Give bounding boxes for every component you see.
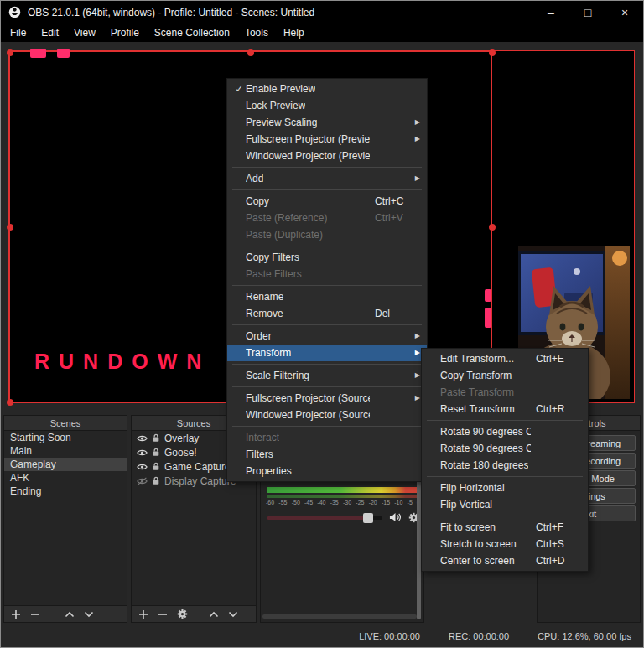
menu-item-preview-scaling[interactable]: Preview Scaling▶ <box>227 114 427 131</box>
minimize-button[interactable]: – <box>532 1 569 23</box>
menu-item-label: Reset Transform <box>440 401 515 417</box>
window-controls: –□× <box>532 1 643 23</box>
lock-icon[interactable] <box>152 448 160 457</box>
menu-item-scale-filtering[interactable]: Scale Filtering▶ <box>227 367 427 384</box>
menubar-item-edit[interactable]: Edit <box>34 23 66 42</box>
menu-separator <box>427 516 583 516</box>
menu-separator <box>232 426 422 427</box>
scene-item-gameplay[interactable]: Gameplay <box>4 458 127 471</box>
menu-item-label: Paste Transform <box>440 384 514 401</box>
menu-item-stretch-to-screen[interactable]: Stretch to screenCtrl+S <box>422 536 588 552</box>
speaker-icon[interactable] <box>389 512 402 522</box>
menu-item-order[interactable]: Order▶ <box>227 328 427 345</box>
menu-item-fullscreen-projector-preview[interactable]: Fullscreen Projector (Preview)▶ <box>227 131 427 148</box>
eye-icon[interactable] <box>137 448 148 457</box>
move-up-icon[interactable] <box>65 611 75 618</box>
menu-item-windowed-projector-source[interactable]: Windowed Projector (Source) <box>227 407 427 423</box>
menu-separator <box>232 246 422 246</box>
menu-item-lock-preview[interactable]: Lock Preview <box>227 97 427 114</box>
scenes-toolbar <box>4 605 127 622</box>
menu-item-add[interactable]: Add▶ <box>227 170 427 187</box>
mixer-horizontal-scrollbar[interactable] <box>262 614 417 619</box>
submenu-arrow-icon: ▶ <box>410 131 420 148</box>
menu-item-flip-vertical[interactable]: Flip Vertical <box>422 496 588 513</box>
properties-icon[interactable] <box>177 609 188 619</box>
menubar-item-profile[interactable]: Profile <box>103 23 147 42</box>
volume-slider[interactable] <box>267 516 382 520</box>
source-item-label: Goose! <box>164 447 197 459</box>
scene-item-ending[interactable]: Ending <box>4 485 127 498</box>
menu-item-rotate-90-degrees-ccw[interactable]: Rotate 90 degrees CCW <box>422 440 588 457</box>
selection-handle[interactable] <box>489 224 496 231</box>
selection-handle[interactable] <box>489 49 496 56</box>
eye-icon[interactable] <box>137 463 148 471</box>
selection-handle[interactable] <box>7 399 13 406</box>
menu-item-enable-preview[interactable]: ✓Enable Preview <box>227 80 427 97</box>
scene-item-starting-soon[interactable]: Starting Soon <box>4 431 127 444</box>
submenu-arrow-icon: ▶ <box>410 367 420 384</box>
menu-item-rotate-180-degrees[interactable]: Rotate 180 degrees <box>422 457 588 474</box>
menu-item-label: Rename <box>246 288 283 305</box>
status-cpu: CPU: 12.6%, 60.00 fps <box>538 631 631 641</box>
menubar-item-scene-collection[interactable]: Scene Collection <box>147 23 237 42</box>
selection-handle[interactable] <box>7 49 13 56</box>
menu-item-copy-filters[interactable]: Copy Filters <box>227 249 427 266</box>
menu-separator <box>232 364 422 365</box>
move-down-icon[interactable] <box>228 611 238 618</box>
menu-item-transform[interactable]: Transform▶ <box>227 345 427 361</box>
menu-item-copy-transform[interactable]: Copy Transform <box>422 367 588 384</box>
add-icon[interactable] <box>138 609 148 619</box>
menu-separator <box>232 386 422 387</box>
menu-item-copy[interactable]: CopyCtrl+C <box>227 193 427 210</box>
menu-item-label: Copy Transform <box>440 367 512 384</box>
scene-item-main[interactable]: Main <box>4 444 127 458</box>
menu-item-shortcut: Ctrl+C <box>370 193 410 210</box>
menu-item-flip-horizontal[interactable]: Flip Horizontal <box>422 480 588 496</box>
menu-item-label: Enable Preview <box>246 80 315 97</box>
menubar-item-file[interactable]: File <box>3 23 34 42</box>
move-up-icon[interactable] <box>209 611 219 618</box>
remove-icon[interactable] <box>30 609 40 619</box>
menu-item-shortcut: Ctrl+E <box>531 350 571 367</box>
menu-item-edit-transform[interactable]: Edit Transform...Ctrl+E <box>422 350 588 367</box>
submenu-arrow-icon: ▶ <box>410 345 420 361</box>
meter-tick: -60 <box>266 500 274 505</box>
menu-item-fit-to-screen[interactable]: Fit to screenCtrl+F <box>422 519 588 536</box>
lock-icon[interactable] <box>152 462 160 471</box>
menu-item-rotate-90-degrees-cw[interactable]: Rotate 90 degrees CW <box>422 423 588 440</box>
menu-item-shortcut: Ctrl+V <box>370 210 410 226</box>
eye-off-icon[interactable] <box>137 477 148 485</box>
menu-item-label: Rotate 90 degrees CCW <box>440 440 531 457</box>
remove-icon[interactable] <box>158 609 168 619</box>
menu-item-label: Remove <box>246 305 283 322</box>
source-item-label: Game Capture <box>164 461 231 473</box>
move-down-icon[interactable] <box>84 611 94 618</box>
menubar-item-help[interactable]: Help <box>276 23 312 42</box>
menu-item-label: Paste Filters <box>246 266 302 283</box>
eye-icon[interactable] <box>137 434 148 443</box>
lock-icon[interactable] <box>152 476 160 485</box>
add-icon[interactable] <box>11 609 21 619</box>
menu-item-properties[interactable]: Properties <box>227 463 427 480</box>
lock-icon[interactable] <box>152 433 160 443</box>
menu-item-label: Interact <box>246 429 279 446</box>
menu-item-fullscreen-projector-source[interactable]: Fullscreen Projector (Source)▶ <box>227 390 427 407</box>
menubar-item-view[interactable]: View <box>66 23 103 42</box>
menu-item-reset-transform[interactable]: Reset TransformCtrl+R <box>422 401 588 417</box>
selection-handle[interactable] <box>7 224 13 231</box>
selection-handle[interactable] <box>247 49 254 56</box>
menu-item-rename[interactable]: Rename <box>227 288 427 305</box>
close-button[interactable]: × <box>606 1 643 23</box>
menu-item-windowed-projector-preview[interactable]: Windowed Projector (Preview) <box>227 148 427 164</box>
menu-item-label: Fullscreen Projector (Source) <box>246 390 370 407</box>
menu-item-filters[interactable]: Filters <box>227 446 427 463</box>
menu-item-label: Edit Transform... <box>440 350 514 367</box>
menu-item-label: Paste (Duplicate) <box>246 226 323 243</box>
scene-item-afk[interactable]: AFK <box>4 471 127 485</box>
menu-item-center-to-screen[interactable]: Center to screenCtrl+D <box>422 552 588 569</box>
menu-item-label: Paste (Reference) <box>246 210 327 226</box>
maximize-button[interactable]: □ <box>569 1 606 23</box>
volume-slider-handle[interactable] <box>363 513 373 523</box>
menubar-item-tools[interactable]: Tools <box>237 23 276 42</box>
menu-item-remove[interactable]: RemoveDel <box>227 305 427 322</box>
